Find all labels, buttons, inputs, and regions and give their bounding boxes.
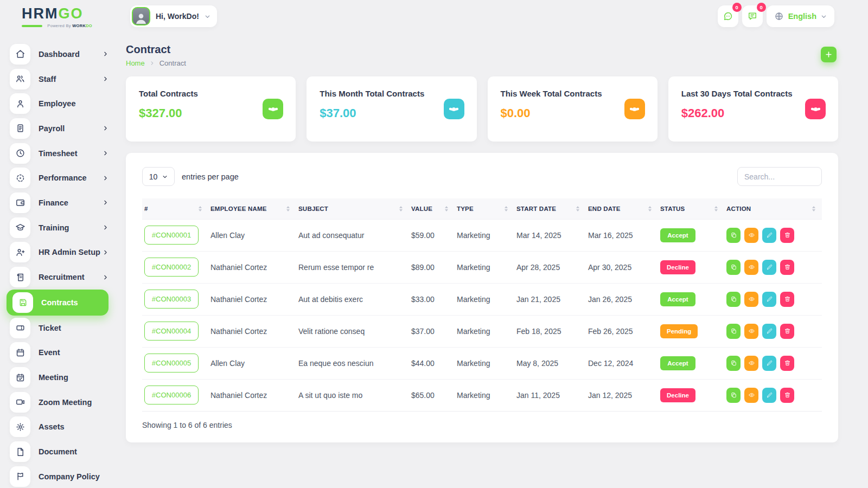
type-cell: Marketing <box>455 219 514 251</box>
contract-id-button[interactable]: #CON00005 <box>144 354 199 373</box>
contract-id-button[interactable]: #CON00003 <box>144 290 199 309</box>
column-header[interactable]: SUBJECT <box>296 198 409 219</box>
edit-action-button[interactable] <box>762 356 776 371</box>
entries-per-page-select[interactable]: 10 <box>142 167 175 186</box>
contract-row: #CON00001 Allen Clay Aut ad consequatur … <box>142 219 822 251</box>
user-menu-button[interactable]: Hi, WorkDo! <box>130 5 217 27</box>
subject-cell: Rerum esse tempor re <box>296 251 409 283</box>
duplicate-action-button[interactable] <box>726 292 741 307</box>
entries-control: 10 entries per page <box>142 167 239 186</box>
pencil-icon <box>766 328 773 335</box>
breadcrumb-home-link[interactable]: Home <box>126 59 145 67</box>
column-header[interactable]: STATUS <box>658 198 724 219</box>
plus-icon <box>825 50 833 59</box>
column-header[interactable]: ACTION <box>724 198 822 219</box>
company-policy-sidebar-item[interactable]: Company Policy <box>0 464 117 488</box>
value-cell: $37.00 <box>409 315 455 347</box>
end-date-cell: Mar 16, 2025 <box>586 219 658 251</box>
table-summary: Showing 1 to 6 of 6 entries <box>142 411 822 431</box>
notification-button[interactable]: 0 <box>742 5 763 27</box>
payroll-sidebar-item[interactable]: Payroll <box>0 116 117 141</box>
contract-id-button[interactable]: #CON00001 <box>144 226 199 245</box>
view-action-button[interactable] <box>744 388 758 403</box>
column-header[interactable]: START DATE <box>514 198 586 219</box>
finance-sidebar-item[interactable]: Finance <box>0 190 117 215</box>
column-header[interactable]: EMPLOYEE NAME <box>208 198 296 219</box>
chevron-right-icon <box>103 175 108 181</box>
view-action-button[interactable] <box>744 356 758 371</box>
employee-sidebar-item[interactable]: Employee <box>0 91 117 116</box>
brand-tagline: Powered By WORKDO <box>22 23 92 28</box>
delete-action-button[interactable] <box>780 292 794 307</box>
duplicate-action-button[interactable] <box>726 356 741 371</box>
flag-icon <box>15 471 25 481</box>
column-header[interactable]: END DATE <box>586 198 658 219</box>
dashboard-sidebar-item[interactable]: Dashboard <box>0 42 117 67</box>
edit-action-button[interactable] <box>762 228 776 243</box>
notification-button[interactable]: 0 <box>718 5 738 27</box>
edit-action-button[interactable] <box>762 260 776 275</box>
zoom-meeting-sidebar-item[interactable]: Zoom Meeting <box>0 390 117 415</box>
floppy-icon <box>18 297 28 307</box>
document-sidebar-item[interactable]: Document <box>0 439 117 464</box>
copy-icon <box>730 264 737 271</box>
duplicate-action-button[interactable] <box>726 324 741 339</box>
view-action-button[interactable] <box>744 228 758 243</box>
language-selector[interactable]: English <box>767 5 834 27</box>
edit-action-button[interactable] <box>762 292 776 307</box>
event-sidebar-item[interactable]: Event <box>0 341 117 365</box>
view-action-button[interactable] <box>744 292 758 307</box>
meeting-sidebar-item[interactable]: Meeting <box>0 365 117 390</box>
timesheet-sidebar-item[interactable]: Timesheet <box>0 141 117 166</box>
edit-action-button[interactable] <box>762 324 776 339</box>
duplicate-action-button[interactable] <box>726 260 741 275</box>
delete-action-button[interactable] <box>780 356 794 371</box>
column-header[interactable]: VALUE <box>409 198 455 219</box>
view-action-button[interactable] <box>744 260 758 275</box>
handshake-icon <box>267 104 279 115</box>
hr-admin-setup-sidebar-item[interactable]: HR Admin Setup <box>0 240 117 265</box>
eye-icon <box>748 264 755 271</box>
handshake-icon <box>629 104 640 115</box>
training-sidebar-item[interactable]: Training <box>0 215 117 240</box>
column-header[interactable]: TYPE <box>455 198 514 219</box>
search-input[interactable] <box>737 167 822 186</box>
employee-name-cell: Nathaniel Cortez <box>208 283 296 315</box>
stat-card: Total Contracts $327.00 <box>126 76 296 142</box>
pencil-icon <box>766 391 773 399</box>
view-action-button[interactable] <box>744 324 758 339</box>
contract-id-button[interactable]: #CON00002 <box>144 258 199 277</box>
home-icon <box>15 49 25 59</box>
delete-action-button[interactable] <box>780 388 794 403</box>
copy-icon <box>730 296 737 303</box>
employee-name-cell: Allen Clay <box>208 219 296 251</box>
users-icon <box>15 74 25 84</box>
start-date-cell: Jan 11, 2025 <box>514 379 586 411</box>
contract-id-button[interactable]: #CON00006 <box>144 386 199 404</box>
performance-sidebar-item[interactable]: Performance <box>0 165 117 190</box>
user-greeting: Hi, WorkDo! <box>156 12 199 21</box>
sort-icon <box>445 206 448 211</box>
assets-sidebar-item[interactable]: Assets <box>0 415 117 440</box>
duplicate-action-button[interactable] <box>726 388 741 403</box>
type-cell: Marketing <box>455 347 514 379</box>
sort-icon <box>714 206 718 211</box>
contracts-sidebar-item[interactable]: Contracts <box>7 290 108 316</box>
delete-action-button[interactable] <box>780 260 794 275</box>
duplicate-action-button[interactable] <box>726 228 741 243</box>
column-header[interactable]: # <box>142 198 208 219</box>
staff-sidebar-item[interactable]: Staff <box>0 67 117 92</box>
contract-id-button[interactable]: #CON00004 <box>144 322 199 341</box>
trash-icon <box>784 328 791 335</box>
create-contract-button[interactable] <box>821 47 837 62</box>
ticket-sidebar-item[interactable]: Ticket <box>0 316 117 341</box>
trash-icon <box>784 296 791 303</box>
delete-action-button[interactable] <box>780 228 794 243</box>
edit-action-button[interactable] <box>762 388 776 403</box>
calendar-check-icon <box>15 373 25 383</box>
recruitment-sidebar-item[interactable]: Recruitment <box>0 265 117 290</box>
table-controls: 10 entries per page <box>142 167 822 186</box>
brand-logo[interactable]: HRMGO Powered By WORKDO <box>22 7 92 28</box>
subject-cell: A sit ut quo iste mo <box>296 379 409 411</box>
delete-action-button[interactable] <box>780 324 794 339</box>
